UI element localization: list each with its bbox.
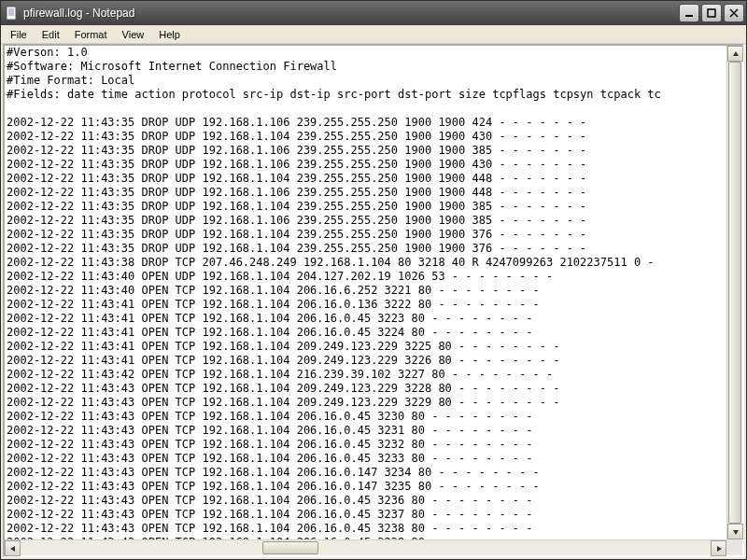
- maximize-button[interactable]: [701, 4, 722, 22]
- vertical-scrollbar-track[interactable]: [727, 62, 742, 524]
- window-controls: [679, 4, 744, 22]
- menu-help[interactable]: Help: [151, 27, 188, 42]
- window-title: pfirewall.log - Notepad: [23, 7, 679, 20]
- scroll-right-button[interactable]: [711, 540, 726, 556]
- horizontal-scrollbar[interactable]: [5, 539, 726, 555]
- menu-format[interactable]: Format: [67, 27, 115, 42]
- svg-marker-10: [733, 530, 739, 535]
- svg-rect-6: [708, 9, 715, 17]
- scrollbar-corner: [726, 539, 742, 555]
- menu-view[interactable]: View: [115, 27, 152, 42]
- notepad-window: pfirewall.log - Notepad File Edit Format…: [0, 0, 747, 560]
- horizontal-scrollbar-thumb[interactable]: [262, 541, 318, 554]
- scroll-down-button[interactable]: [727, 524, 743, 539]
- svg-marker-12: [717, 546, 722, 552]
- titlebar[interactable]: pfirewall.log - Notepad: [1, 1, 746, 25]
- editor-frame: #Verson: 1.0 #Software: Microsoft Intern…: [3, 44, 744, 557]
- svg-marker-11: [10, 546, 15, 552]
- horizontal-scrollbar-track[interactable]: [21, 540, 711, 555]
- minimize-button[interactable]: [679, 4, 699, 22]
- vertical-scrollbar-thumb[interactable]: [728, 62, 741, 524]
- menubar: File Edit Format View Help: [1, 25, 746, 44]
- menu-edit[interactable]: Edit: [35, 27, 67, 42]
- notepad-icon: [5, 6, 20, 21]
- vertical-scrollbar[interactable]: [726, 46, 742, 539]
- scroll-up-button[interactable]: [727, 46, 743, 62]
- scroll-left-button[interactable]: [5, 540, 21, 556]
- menu-file[interactable]: File: [3, 27, 35, 42]
- svg-marker-9: [733, 51, 739, 56]
- close-button[interactable]: [724, 4, 744, 22]
- text-area[interactable]: #Verson: 1.0 #Software: Microsoft Intern…: [5, 46, 726, 539]
